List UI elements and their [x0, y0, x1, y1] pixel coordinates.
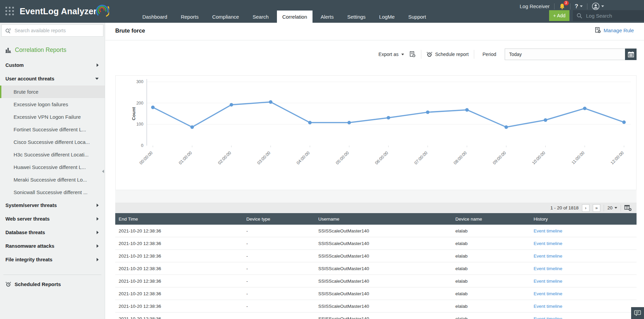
- primary-nav: DashboardReportsComplianceSearchCorrelat…: [137, 11, 431, 23]
- category-label: User account threats: [5, 76, 54, 81]
- event-timeline-link[interactable]: Event timeline: [534, 228, 562, 233]
- sidebar: Correlation Reports CustomUser account t…: [0, 23, 105, 319]
- export-as-dropdown[interactable]: Export as: [379, 52, 404, 57]
- notification-count-badge: 3: [564, 1, 569, 5]
- sidebar-item-excessive-vpn-logon-failure[interactable]: Excessive VPN Logon Failure: [0, 111, 105, 123]
- chat-widget-button[interactable]: [631, 307, 644, 319]
- tab-settings[interactable]: Settings: [342, 11, 371, 23]
- event-timeline-link[interactable]: Event timeline: [534, 304, 562, 309]
- event-timeline-link[interactable]: Event timeline: [534, 291, 562, 296]
- export-history-button[interactable]: [409, 51, 416, 58]
- period-input[interactable]: [505, 49, 625, 60]
- log-search-box: [573, 10, 644, 21]
- sidebar-item-cisco-successive-different-loca[interactable]: Cisco Successive different Loca...: [0, 136, 105, 148]
- report-tree: CustomUser account threatsBrute forceExc…: [0, 58, 105, 266]
- sidebar-item-fortinet-successive-different-l[interactable]: Fortinet Successive different L...: [0, 123, 105, 136]
- cell-device-type: -: [243, 241, 315, 246]
- scheduled-reports-link[interactable]: Scheduled Reports: [0, 276, 105, 292]
- table-row: 2021-10-20 12:38:36-SSISScaleOutMaster14…: [115, 225, 637, 237]
- event-timeline-link[interactable]: Event timeline: [534, 279, 562, 284]
- calendar-button[interactable]: [625, 49, 637, 60]
- svg-text:08:00:00: 08:00:00: [452, 150, 467, 165]
- schedule-clock-icon: [426, 51, 432, 57]
- event-timeline-link[interactable]: Event timeline: [534, 254, 562, 259]
- period-picker: [505, 49, 637, 60]
- event-timeline-link[interactable]: Event timeline: [534, 266, 562, 271]
- chevron-down-icon: [615, 207, 617, 209]
- category-label: Ransomware attacks: [5, 243, 54, 249]
- sidebar-item-huawei-successive-different-l[interactable]: Huawei Successive different L...: [0, 161, 105, 173]
- sidebar-divider: [3, 275, 101, 275]
- user-avatar-icon: [592, 2, 600, 10]
- cell-username: SSISScaleOutMaster140: [315, 266, 452, 271]
- topbar: EventLog Analyzer DashboardReportsCompli…: [0, 0, 644, 23]
- next-page-button[interactable]: ›: [582, 204, 589, 212]
- sidebar-category-file-integrity-threats[interactable]: File integrity threats: [0, 253, 105, 266]
- cell-end-time: 2021-10-20 12:38:36: [115, 228, 243, 233]
- sidebar-category-ransomware-attacks[interactable]: Ransomware attacks: [0, 239, 105, 253]
- user-account-menu[interactable]: [592, 2, 604, 10]
- sidebar-category-user-account-threats[interactable]: User account threats: [0, 72, 105, 86]
- cell-username: SSISScaleOutMaster140: [315, 291, 452, 296]
- sidebar-item-brute-force[interactable]: Brute force: [0, 86, 105, 98]
- notifications-bell-icon[interactable]: 3: [559, 3, 566, 10]
- tab-reports[interactable]: Reports: [175, 11, 204, 23]
- results-table: End TimeDevice typeUsernameDevice nameHi…: [115, 213, 637, 319]
- cell-username: SSISScaleOutMaster140: [315, 316, 452, 319]
- last-page-button[interactable]: »: [593, 204, 600, 212]
- tab-search[interactable]: Search: [247, 11, 274, 23]
- log-search-input[interactable]: [585, 13, 638, 19]
- event-timeline-link[interactable]: Event timeline: [534, 316, 562, 319]
- cell-history: Event timeline: [530, 304, 637, 309]
- sidebar-item-meraki-successive-different-lo[interactable]: Meraki Successive different Lo...: [0, 173, 105, 186]
- tab-alerts[interactable]: Alerts: [315, 11, 339, 23]
- tab-dashboard[interactable]: Dashboard: [137, 11, 173, 23]
- search-icon: [577, 13, 582, 19]
- chevron-down-icon: [601, 5, 604, 7]
- logo-swoosh-icon: [95, 2, 109, 17]
- sidebar-item-excessive-logon-failures[interactable]: Excessive logon failures: [0, 98, 105, 111]
- cell-device-type: -: [243, 316, 315, 319]
- calendar-icon: [628, 51, 634, 58]
- tab-compliance[interactable]: Compliance: [207, 11, 244, 23]
- event-timeline-link[interactable]: Event timeline: [534, 241, 562, 246]
- topbar-separator: [587, 3, 587, 10]
- log-receiver-link[interactable]: Log Receiver: [520, 3, 549, 9]
- sidebar-item-sonicwall-successive-different[interactable]: Sonicwall Successive different ...: [0, 186, 105, 199]
- cell-end-time: 2021-10-20 12:38:36: [115, 291, 243, 296]
- bar-chart-icon: [5, 48, 12, 53]
- tab-support[interactable]: Support: [403, 11, 431, 23]
- apps-grid-icon[interactable]: [5, 7, 15, 16]
- manage-rule-link[interactable]: Manage Rule: [595, 27, 634, 33]
- svg-text:12:00:00: 12:00:00: [610, 150, 625, 165]
- sidebar-item-h3c-successive-different-locati[interactable]: H3c Successive different Locati...: [0, 148, 105, 161]
- sidebar-category-database-threats[interactable]: Database threats: [0, 226, 105, 239]
- page-size-dropdown[interactable]: 20: [607, 205, 617, 210]
- sidebar-category-system-server-threats[interactable]: System/server threats: [0, 199, 105, 212]
- svg-text:00:00:00: 00:00:00: [139, 150, 154, 165]
- manage-rule-icon: [595, 27, 601, 33]
- svg-text:0: 0: [141, 143, 143, 148]
- add-button[interactable]: + Add: [549, 10, 569, 21]
- schedule-report-button[interactable]: Schedule report: [426, 51, 469, 57]
- manage-columns-button[interactable]: [624, 205, 632, 211]
- report-search-input[interactable]: [14, 27, 83, 34]
- search-reports-icon: [5, 28, 11, 34]
- sidebar-category-custom[interactable]: Custom: [0, 58, 105, 72]
- add-button-label: + Add: [553, 13, 565, 18]
- help-menu[interactable]: ?: [575, 3, 583, 10]
- sidebar-category-web-server-threats[interactable]: Web server threats: [0, 212, 105, 226]
- cell-end-time: 2021-10-20 12:38:36: [115, 279, 243, 284]
- correlation-reports-title: Correlation Reports: [15, 46, 66, 54]
- cell-username: SSISScaleOutMaster140: [315, 228, 452, 233]
- column-header-device-name: Device name: [452, 217, 530, 222]
- tab-logme[interactable]: LogMe: [374, 11, 400, 23]
- chevron-right-icon: [97, 258, 99, 261]
- table-row: 2021-10-20 12:38:36-SSISScaleOutMaster14…: [115, 300, 637, 313]
- chat-bubble-icon: [634, 310, 641, 317]
- sidebar-collapse-handle[interactable]: [101, 165, 105, 177]
- tab-correlation[interactable]: Correlation: [277, 11, 313, 23]
- correlation-reports-heading: Correlation Reports: [0, 38, 105, 58]
- svg-text:09:00:00: 09:00:00: [492, 150, 507, 165]
- table-row: 2021-10-20 12:38:36-SSISScaleOutMaster14…: [115, 287, 637, 300]
